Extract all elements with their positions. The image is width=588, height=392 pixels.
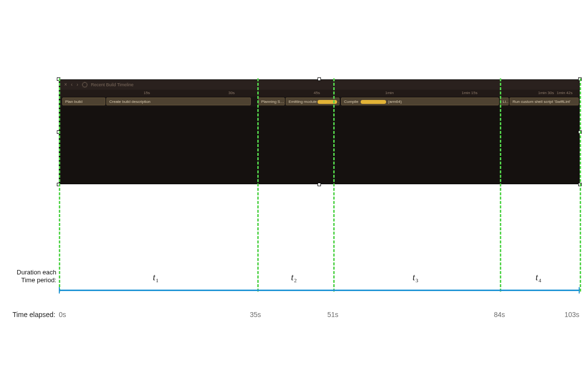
- marker-line: [257, 78, 259, 292]
- elapsed-tick: 84s: [494, 311, 505, 318]
- redacted-text: [361, 100, 386, 104]
- task-trail: …: [338, 99, 340, 104]
- axis-end-cap: [579, 287, 580, 294]
- period-label-t3: t3: [413, 272, 418, 283]
- close-icon[interactable]: ×: [64, 82, 67, 87]
- task-emitting-module[interactable]: Emitting module…: [286, 98, 340, 105]
- task-plan-build[interactable]: Plan build: [62, 98, 105, 105]
- task-label: Compile: [344, 99, 358, 104]
- task-swiftlint[interactable]: Run custom shell script 'SwiftLint': [510, 98, 579, 105]
- build-timeline-panel: × ‹ › Recent Build Timeline 15s 30s 45s …: [59, 79, 580, 184]
- marker-line: [580, 78, 581, 292]
- selection-handle[interactable]: [318, 77, 321, 81]
- back-icon[interactable]: ‹: [71, 82, 73, 87]
- axis-start-cap: [59, 287, 60, 294]
- marker-line: [59, 78, 60, 292]
- time-elapsed-label: Time elapsed:: [0, 311, 55, 318]
- task-trail: (arm64): [387, 99, 402, 104]
- period-label-t4: t4: [536, 272, 541, 283]
- ruler-tick: 1min: [385, 91, 393, 95]
- gear-icon[interactable]: [82, 82, 87, 87]
- task-planning[interactable]: Planning S…: [258, 98, 285, 105]
- elapsed-tick: 35s: [250, 311, 261, 318]
- task-label: Emitting module: [289, 99, 317, 104]
- task-create-build-description[interactable]: Create build description: [106, 98, 251, 105]
- ruler-tick: 1min 42s: [557, 91, 572, 95]
- period-label-t2: t2: [291, 272, 296, 283]
- ruler-tick: 15s: [144, 91, 150, 95]
- period-label-t1: t1: [153, 272, 158, 283]
- duration-each-label: Duration each Time period:: [0, 269, 56, 285]
- elapsed-tick: 51s: [327, 311, 339, 318]
- ruler-tick: 1min 15s: [462, 91, 477, 95]
- elapsed-axis: [59, 290, 580, 291]
- task-compile[interactable]: Compile (arm64): [341, 98, 499, 105]
- ruler-tick: 45s: [314, 91, 320, 95]
- marker-line: [500, 78, 501, 292]
- selection-handle[interactable]: [318, 183, 321, 186]
- forward-icon[interactable]: ›: [76, 82, 78, 87]
- elapsed-tick: 0s: [59, 311, 66, 318]
- ruler-tick: 1min 30s: [538, 91, 554, 95]
- panel-title: Recent Build Timeline: [91, 82, 134, 87]
- marker-line: [333, 78, 335, 292]
- elapsed-tick: 103s: [564, 311, 579, 318]
- ruler-tick: 30s: [228, 91, 235, 95]
